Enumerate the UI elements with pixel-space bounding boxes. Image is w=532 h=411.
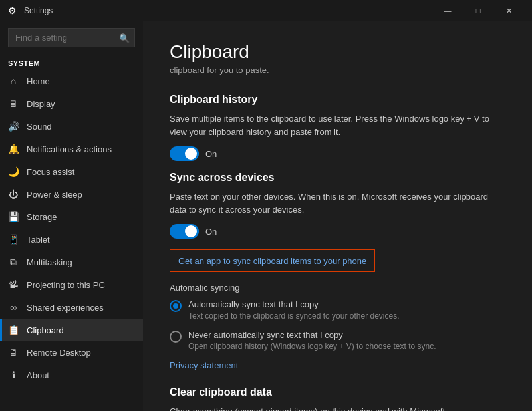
radio-auto-desc: Text copied to the clipboard is synced t… [188, 311, 505, 321]
sidebar-item-display[interactable]: 🖥 Display [0, 92, 143, 115]
sync-title: Sync across devices [170, 172, 505, 184]
page-subtitle: clipboard for you to paste. [170, 65, 505, 75]
clipboard-icon: 📋 [8, 325, 19, 335]
display-icon: 🖥 [8, 98, 19, 109]
tablet-icon: 📱 [8, 234, 19, 245]
storage-icon: 💾 [8, 211, 19, 222]
search-icon: 🔍 [119, 33, 130, 43]
radio-auto-label: Automatically sync text that I copy [188, 299, 505, 309]
sidebar-section-header: System [0, 54, 143, 70]
radio-inner [173, 303, 178, 309]
sidebar-item-label: Shared experiences [27, 303, 104, 313]
maximize-button[interactable]: □ [463, 0, 493, 21]
radio-never-text: Never automatically sync text that I cop… [188, 330, 505, 351]
toggle-knob-2 [185, 225, 197, 237]
sidebar-item-label: Remote Desktop [27, 348, 91, 358]
titlebar-controls: — □ ✕ [432, 0, 524, 21]
remote-icon: 🖥 [8, 347, 19, 358]
about-icon: ℹ [8, 370, 19, 380]
auto-sync-title: Automatic syncing [170, 283, 505, 293]
sidebar-item-storage[interactable]: 💾 Storage [0, 206, 143, 228]
sync-section: Sync across devices Paste text on your o… [170, 172, 505, 370]
titlebar-title: Settings [24, 6, 53, 15]
sidebar-item-multitasking[interactable]: ⧉ Multitasking [0, 251, 143, 273]
projecting-icon: 📽 [8, 279, 19, 290]
sidebar-item-about[interactable]: ℹ About [0, 364, 143, 386]
history-desc: Save multiple items to the clipboard to … [170, 112, 505, 138]
sidebar-item-power-sleep[interactable]: ⏻ Power & sleep [0, 183, 143, 206]
sync-toggle[interactable] [170, 224, 199, 239]
sidebar-item-label: Focus assist [27, 167, 74, 177]
radio-auto-sync[interactable]: Automatically sync text that I copy Text… [170, 299, 505, 321]
history-toggle[interactable] [170, 146, 199, 161]
sidebar-item-label: Sound [27, 122, 52, 132]
history-title: Clipboard history [170, 94, 505, 106]
shared-icon: ∞ [8, 302, 19, 313]
sidebar-item-label: Clipboard [27, 325, 64, 335]
notifications-icon: 🔔 [8, 144, 19, 154]
sidebar-item-tablet[interactable]: 📱 Tablet [0, 228, 143, 251]
sidebar-item-label: Power & sleep [27, 190, 82, 200]
sidebar-item-focus-assist[interactable]: 🌙 Focus assist [0, 160, 143, 183]
sidebar: 🔍 System ⌂ Home 🖥 Display 🔊 Sound 🔔 Noti… [0, 21, 143, 411]
radio-never-desc: Open clipboard history (Windows logo key… [188, 342, 505, 351]
radio-never-label: Never automatically sync text that I cop… [188, 330, 505, 340]
app-container: 🔍 System ⌂ Home 🖥 Display 🔊 Sound 🔔 Noti… [0, 21, 532, 411]
close-button[interactable]: ✕ [493, 0, 524, 21]
privacy-link[interactable]: Privacy statement [170, 360, 505, 370]
sync-toggle-row: On [170, 224, 505, 239]
sidebar-item-label: Multitasking [27, 257, 72, 267]
sidebar-item-label: Projecting to this PC [27, 280, 105, 290]
sidebar-item-home[interactable]: ⌂ Home [0, 70, 143, 92]
sidebar-item-remote-desktop[interactable]: 🖥 Remote Desktop [0, 341, 143, 364]
sidebar-item-label: Storage [27, 212, 57, 222]
clipboard-history-section: Clipboard history Save multiple items to… [170, 94, 505, 161]
minimize-button[interactable]: — [432, 0, 463, 21]
sidebar-item-shared-experiences[interactable]: ∞ Shared experiences [0, 296, 143, 319]
history-toggle-row: On [170, 146, 505, 161]
sound-icon: 🔊 [8, 121, 19, 132]
search-input[interactable] [8, 28, 135, 47]
sidebar-item-notifications[interactable]: 🔔 Notifications & actions [0, 138, 143, 160]
focus-icon: 🌙 [8, 166, 19, 177]
page-title: Clipboard [170, 41, 505, 63]
sidebar-item-label: Tablet [27, 235, 50, 245]
power-icon: ⏻ [8, 189, 19, 200]
titlebar: ⚙ Settings — □ ✕ [0, 0, 532, 21]
multitasking-icon: ⧉ [8, 257, 19, 267]
clear-desc: Clear everything (except pinned items) o… [170, 405, 505, 411]
radio-auto-text: Automatically sync text that I copy Text… [188, 299, 505, 321]
main-content: Clipboard clipboard for you to paste. Cl… [143, 21, 532, 411]
sidebar-item-label: Notifications & actions [27, 144, 112, 154]
app-icon: ⚙ [8, 5, 19, 16]
sidebar-item-sound[interactable]: 🔊 Sound [0, 115, 143, 138]
sidebar-item-label: Home [27, 76, 50, 86]
sidebar-item-projecting[interactable]: 📽 Projecting to this PC [0, 273, 143, 296]
home-icon: ⌂ [8, 76, 19, 86]
sync-desc: Paste text on your other devices. When t… [170, 190, 505, 216]
toggle-knob [185, 148, 197, 160]
sync-toggle-label: On [205, 227, 217, 237]
sync-link-box[interactable]: Get an app to sync clipboard items to yo… [170, 249, 375, 272]
sync-phone-link[interactable]: Get an app to sync clipboard items to yo… [178, 256, 366, 266]
search-container: 🔍 [8, 28, 135, 47]
sidebar-item-label: About [27, 370, 49, 380]
sidebar-item-label: Display [27, 99, 55, 109]
radio-never-button[interactable] [170, 331, 182, 342]
history-toggle-label: On [205, 149, 217, 159]
clear-section: Clear clipboard data Clear everything (e… [170, 386, 505, 411]
radio-never-sync[interactable]: Never automatically sync text that I cop… [170, 330, 505, 351]
radio-auto-button[interactable] [170, 300, 182, 312]
clear-title: Clear clipboard data [170, 386, 505, 398]
titlebar-left: ⚙ Settings [8, 5, 53, 16]
sidebar-item-clipboard[interactable]: 📋 Clipboard [0, 319, 143, 341]
